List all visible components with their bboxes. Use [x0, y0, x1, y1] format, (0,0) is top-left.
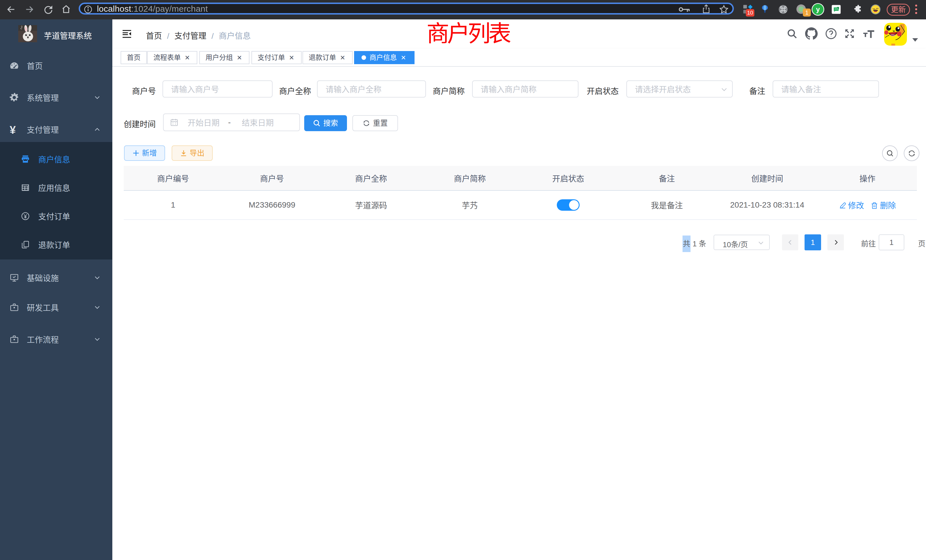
svg-text:y: y	[816, 5, 820, 13]
